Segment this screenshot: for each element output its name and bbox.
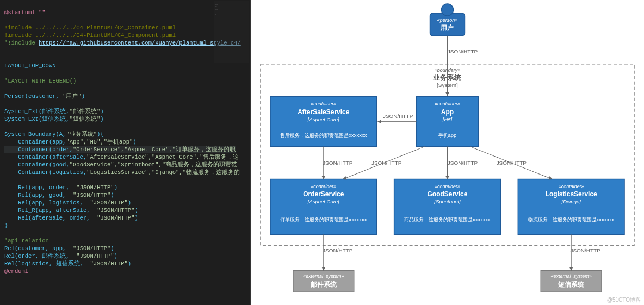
code-line: Container(order, [4,146,73,153]
minimap[interactable]: ▬▬▬▬▬▬▬▬▬▬▬▬▬▬▬▬▬▬▬▬▬▬▬▬ [214,1,249,63]
code-line: !include ../../../../C4-PlantUML/C4_Comp… [4,32,176,39]
diagram-preview[interactable]: «boundary» 业务系统 [System] «person» 用户 JSO… [251,0,644,305]
code-line: @startuml "" [4,9,46,16]
svg-text:AfterSaleService: AfterSaleService [298,108,349,116]
svg-text:JSON/HTTP: JSON/HTTP [383,113,413,119]
svg-text:邮件系统: 邮件系统 [311,281,337,288]
svg-text:JSON/HTTP: JSON/HTTP [448,160,478,166]
svg-text:订单服务，这服务的职责范围是xxxxxxx: 订单服务，这服务的职责范围是xxxxxxx [280,216,367,222]
svg-text:短信系统: 短信系统 [558,281,585,288]
svg-text:«container»: «container» [435,101,460,107]
code-line: Rel(afterSale, order, [4,215,97,221]
svg-text:用户: 用户 [440,24,454,32]
svg-text:«container»: «container» [559,184,584,189]
svg-text:JSON/HTTP: JSON/HTTP [371,160,402,166]
watermark: @51CTO博客 [607,296,641,304]
person-head-icon [442,4,454,16]
code-line: Rel(logistics, 短信系统, [4,260,90,267]
code-line: System_Boundary(A, [4,131,66,138]
code-line: @enduml [4,268,28,275]
code-line: Container(good, [4,161,70,168]
svg-text:[Aspnet Core]: [Aspnet Core] [307,116,339,122]
svg-text:手机app: 手机app [438,132,457,138]
svg-text:[Django]: [Django] [561,198,581,204]
svg-text:LogisticsService: LogisticsService [546,190,597,198]
svg-text:«container»: «container» [311,184,336,189]
svg-text:GoodService: GoodService [428,190,468,198]
code-line: Container(app, [4,139,66,145]
svg-text:[Aspnet Core]: [Aspnet Core] [307,198,339,204]
code-line: Person(customer, [4,93,63,99]
code-line: LAYOUT_TOP_DOWN [4,63,56,69]
code-line: '!include [4,40,39,46]
svg-text:JSON/HTTP: JSON/HTTP [323,247,353,253]
svg-text:App: App [441,108,454,116]
code-line: 'LAYOUT_WITH_LEGEND() [4,78,76,84]
code-line: Rel(order, 邮件系统, [4,253,76,259]
code-line: } [4,222,8,229]
svg-text:商品服务，这服务的职责范围是xxxxxxx: 商品服务，这服务的职责范围是xxxxxxx [404,216,491,222]
svg-text:OrderService: OrderService [303,190,344,198]
svg-text:JSON/HTTP: JSON/HTTP [497,160,527,166]
code-line: Rel(customer, app, [4,245,73,252]
svg-text:«external_system»: «external_system» [551,273,592,279]
svg-text:«person»: «person» [437,17,457,23]
code-line: Rel(app, order, [4,184,76,191]
svg-text:[H5]: [H5] [442,116,453,122]
code-line: Container(afterSale, [4,154,86,160]
code-comment: 'api relation [4,238,49,244]
svg-text:«external_system»: «external_system» [303,273,344,279]
svg-text:«container»: «container» [435,184,460,189]
code-line: Rel_R(app, afterSale, [4,207,97,214]
svg-text:JSON/HTTP: JSON/HTTP [323,160,353,166]
svg-text:物流服务，这服务的职责范围是xxxxxxx: 物流服务，这服务的职责范围是xxxxxxx [528,216,615,222]
svg-text:JSON/HTTP: JSON/HTTP [570,247,600,253]
code-line: Rel(app, good, [4,192,73,198]
svg-text:售后服务，这服务的职责范围是xxxxxxx: 售后服务，这服务的职责范围是xxxxxxx [280,132,367,138]
c4-diagram: «boundary» 业务系统 [System] «person» 用户 JSO… [251,0,644,304]
code-line: System_Ext(邮件系统, [4,108,70,115]
code-line: Rel(app, logistics, [4,200,90,206]
code-line: Container(logistics, [4,169,86,176]
svg-text:[Sprintboot]: [Sprintboot] [434,198,461,204]
svg-text:«container»: «container» [311,101,336,107]
code-url[interactable]: https://raw.githubusercontent.com/xuanye… [39,40,241,46]
code-editor[interactable]: @startuml "" !include ../../../../C4-Pla… [0,0,251,305]
code-line: System_Ext(短信系统, [4,116,70,122]
svg-text:JSON/HTTP: JSON/HTTP [448,48,478,54]
code-line: !include ../../../../C4-PlantUML/C4_Cont… [4,24,176,31]
